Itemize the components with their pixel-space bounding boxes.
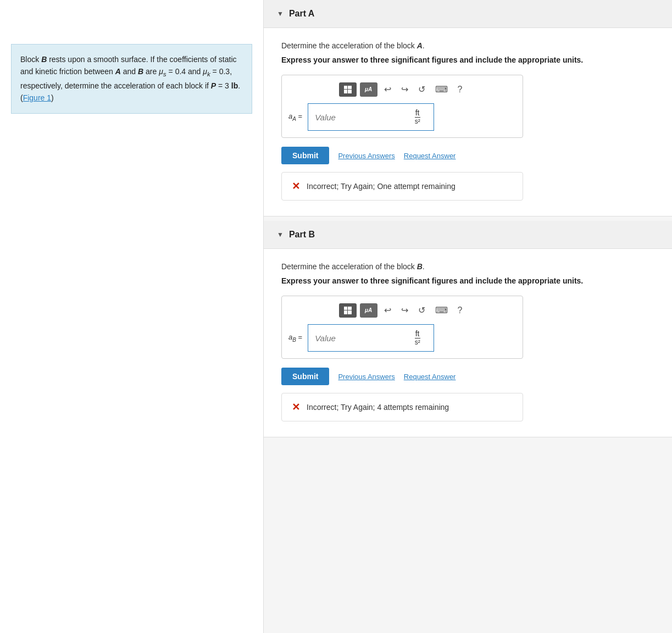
part-b-previous-answers-btn[interactable]: Previous Answers [338,373,395,381]
problem-statement: Block B rests upon a smooth surface. If … [11,44,252,114]
part-a-redo-btn[interactable]: ↪ [398,82,412,97]
part-a-keyboard-btn[interactable]: ⌨ [432,82,451,97]
part-a-action-row: Submit Previous Answers Request Answer [281,147,654,164]
part-b-var-label: aB = [288,333,302,343]
grid-icon [344,86,352,93]
part-a-unit-denom: s² [415,117,420,125]
part-a-content: Determine the acceleration of the block … [264,28,672,216]
part-b-error-icon: ✕ [292,401,300,413]
part-b-undo-btn[interactable]: ↩ [381,303,395,318]
part-b-ua-btn[interactable]: μA [360,303,377,318]
part-b-unit-box: ft s² [401,324,434,352]
grid-icon-b [344,307,352,314]
part-b-unit-fraction: ft s² [415,330,420,347]
part-a-unit-fraction: ft s² [415,109,420,126]
part-a-chevron-icon: ▼ [277,10,284,18]
part-b-express: Express your answer to three significant… [281,275,654,287]
part-b-redo-btn[interactable]: ↪ [398,303,412,318]
part-b-reset-btn[interactable]: ↺ [415,303,429,318]
part-b-request-answer-btn[interactable]: Request Answer [404,373,456,381]
part-b-section: ▼ Part B Determine the acceleration of t… [264,221,672,437]
part-a-var-label: aA = [288,112,302,122]
part-a-grid-btn[interactable] [339,82,357,97]
part-b-value-input[interactable] [308,324,401,352]
part-b-action-row: Submit Previous Answers Request Answer [281,368,654,385]
part-a-submit-btn[interactable]: Submit [281,147,329,164]
part-a-help-btn[interactable]: ? [454,82,466,97]
part-b-input-row: aB = ft s² [288,324,516,352]
part-b-content: Determine the acceleration of the block … [264,249,672,437]
part-b-unit-denom: s² [415,338,420,346]
part-a-ua-btn[interactable]: μA [360,82,377,97]
part-a-header[interactable]: ▼ Part A [264,0,672,28]
part-a-error-icon: ✕ [292,180,300,192]
part-b-submit-btn[interactable]: Submit [281,368,329,385]
part-a-request-answer-btn[interactable]: Request Answer [404,152,456,160]
part-a-unit-numer: ft [415,109,420,117]
part-b-title: Part B [289,230,315,240]
part-b-chevron-icon: ▼ [277,231,284,238]
left-panel: Block B rests upon a smooth surface. If … [0,0,264,633]
part-a-answer-area: μA ↩ ↪ ↺ ⌨ ? aA = ft s² [281,75,523,138]
part-b-toolbar: μA ↩ ↪ ↺ ⌨ ? [288,303,516,318]
part-a-title: Part A [289,9,315,19]
part-a-question: Determine the acceleration of the block … [281,41,654,50]
part-a-reset-btn[interactable]: ↺ [415,82,429,97]
part-b-answer-area: μA ↩ ↪ ↺ ⌨ ? aB = ft s² [281,296,523,359]
ua-label-b: μA [365,307,372,313]
part-a-undo-btn[interactable]: ↩ [381,82,395,97]
part-a-toolbar: μA ↩ ↪ ↺ ⌨ ? [288,82,516,97]
part-a-previous-answers-btn[interactable]: Previous Answers [338,152,395,160]
part-b-grid-btn[interactable] [339,303,357,318]
part-a-unit-box: ft s² [401,103,434,131]
part-a-result-text: Incorrect; Try Again; One attempt remain… [307,182,456,191]
part-b-keyboard-btn[interactable]: ⌨ [432,303,451,318]
right-panel: ▼ Part A Determine the acceleration of t… [264,0,672,633]
figure-link[interactable]: Figure 1 [23,93,51,102]
part-a-section: ▼ Part A Determine the acceleration of t… [264,0,672,216]
part-b-result-box: ✕ Incorrect; Try Again; 4 attempts remai… [281,393,523,421]
ua-label: μA [365,86,372,92]
part-a-value-input[interactable] [308,103,401,131]
part-a-input-row: aA = ft s² [288,103,516,131]
part-a-result-box: ✕ Incorrect; Try Again; One attempt rema… [281,172,523,201]
part-a-express: Express your answer to three significant… [281,54,654,66]
part-b-header[interactable]: ▼ Part B [264,221,672,249]
part-b-result-text: Incorrect; Try Again; 4 attempts remaini… [307,403,449,412]
part-b-help-btn[interactable]: ? [454,303,466,318]
part-b-unit-numer: ft [415,330,420,338]
part-b-question: Determine the acceleration of the block … [281,262,654,271]
